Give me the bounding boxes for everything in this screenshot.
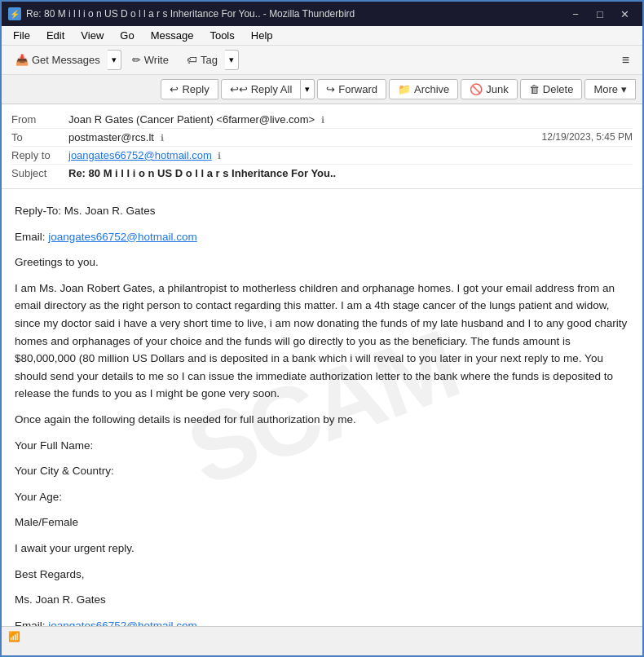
closing-email-link[interactable]: joangates66752@hotmail.com <box>48 620 197 626</box>
replyto-info-icon[interactable]: ℹ <box>218 151 221 161</box>
field4: Male/Female <box>15 514 629 531</box>
tag-button[interactable]: 🏷 Tag <box>179 50 225 70</box>
more-label: More <box>593 83 618 95</box>
field3: Your Age: <box>15 488 629 506</box>
forward-icon: ↪ <box>326 83 335 95</box>
header-to-row: To postmaster@rcs.lt ℹ 12/19/2023, 5:45 … <box>11 129 633 147</box>
subject-value: Re: 80 M i l l i o n US D o l l a r s In… <box>68 167 633 179</box>
forward-button[interactable]: ↪ Forward <box>317 79 386 99</box>
from-value: Joan R Gates (Cancer Patient) <6farmer@l… <box>68 113 633 126</box>
reply-all-label: Reply All <box>251 83 293 95</box>
delete-label: Delete <box>543 83 574 95</box>
menu-message[interactable]: Message <box>144 28 201 43</box>
field2: Your City & Country: <box>15 462 629 480</box>
reply-icon: ↩ <box>170 83 179 95</box>
more-group: More ▾ <box>584 79 636 99</box>
subject-label: Subject <box>11 167 68 179</box>
from-text: Joan R Gates (Cancer Patient) <6farmer@l… <box>68 113 315 126</box>
header-replyto-row: Reply to joangates66752@hotmail.com ℹ <box>11 147 633 165</box>
delete-icon: 🗑 <box>529 83 540 95</box>
archive-button[interactable]: 📁 Archive <box>389 79 458 99</box>
reply-all-icon: ↩↩ <box>230 83 248 95</box>
menu-tools[interactable]: Tools <box>203 28 240 43</box>
closing3: Ms. Joan R. Gates <box>15 591 629 609</box>
to-info-icon[interactable]: ℹ <box>161 133 164 143</box>
reply-label: Reply <box>182 83 209 95</box>
archive-label: Archive <box>414 83 449 95</box>
email-content: Reply-To: Ms. Joan R. Gates Email: joang… <box>15 202 629 626</box>
junk-button[interactable]: 🚫 Junk <box>461 79 517 99</box>
more-button[interactable]: More ▾ <box>584 79 636 99</box>
window-controls: − □ ✕ <box>564 6 636 22</box>
email-link[interactable]: joangates66752@hotmail.com <box>48 231 197 243</box>
menu-help[interactable]: Help <box>245 28 280 43</box>
close-button[interactable]: ✕ <box>613 6 636 22</box>
reply-all-button[interactable]: ↩↩ Reply All <box>221 79 302 99</box>
write-button[interactable]: ✏ Write <box>125 50 176 70</box>
body-paragraph2: Once again the following details is need… <box>15 411 629 429</box>
header-from-row: From Joan R Gates (Cancer Patient) <6far… <box>11 111 633 129</box>
tag-label: Tag <box>201 54 218 66</box>
get-messages-dropdown[interactable]: ▾ <box>108 50 121 70</box>
archive-icon: 📁 <box>398 83 411 95</box>
reply-button[interactable]: ↩ Reply <box>161 79 218 99</box>
header-subject-row: Subject Re: 80 M i l l i o n US D o l l … <box>11 165 633 182</box>
closing4: Email: joangates66752@hotmail.com <box>15 617 629 626</box>
junk-icon: 🚫 <box>470 83 483 95</box>
reply-all-dropdown[interactable]: ▾ <box>301 79 315 99</box>
to-label: To <box>11 131 68 143</box>
body-paragraph1: I am Ms. Joan Robert Gates, a philantrop… <box>15 280 629 403</box>
closing1: I await your urgent reply. <box>15 540 629 558</box>
replyto-link[interactable]: joangates66752@hotmail.com <box>68 149 212 161</box>
titlebar: ⚡ Re: 80 M i l l i o n US D o l l a r s … <box>2 2 642 26</box>
tag-icon: 🏷 <box>187 54 197 66</box>
replyto-label: Reply to <box>11 149 68 161</box>
action-toolbar: ↩ Reply ↩↩ Reply All ▾ ↪ Forward 📁 Archi… <box>2 75 642 104</box>
menu-edit[interactable]: Edit <box>40 28 71 43</box>
from-info-icon[interactable]: ℹ <box>321 115 324 125</box>
email-date: 12/19/2023, 5:45 PM <box>542 131 633 143</box>
minimize-button[interactable]: − <box>564 6 587 22</box>
email-line: Email: joangates66752@hotmail.com <box>15 228 629 246</box>
reply-group: ↩ Reply <box>161 79 218 99</box>
email-body: SCAM Reply-To: Ms. Joan R. Gates Email: … <box>2 189 642 626</box>
reply-to-line: Reply-To: Ms. Joan R. Gates <box>15 202 629 220</box>
hamburger-button[interactable]: ≡ <box>615 50 636 71</box>
status-icon: 📶 <box>8 631 20 642</box>
main-toolbar: 📥 Get Messages ▾ ✏ Write 🏷 Tag ▾ ≡ <box>2 46 642 75</box>
app-icon: ⚡ <box>8 7 21 20</box>
closing2: Best Regards, <box>15 566 629 584</box>
tag-dropdown[interactable]: ▾ <box>225 50 239 70</box>
email-header: From Joan R Gates (Cancer Patient) <6far… <box>2 104 642 189</box>
maximize-button[interactable]: □ <box>589 6 611 22</box>
greeting: Greetings to you. <box>15 254 629 271</box>
menu-go[interactable]: Go <box>113 28 140 43</box>
tag-group: 🏷 Tag ▾ <box>179 50 239 70</box>
menu-view[interactable]: View <box>74 28 110 43</box>
reply-all-group: ↩↩ Reply All ▾ <box>221 79 315 99</box>
forward-label: Forward <box>338 83 377 95</box>
more-icon: ▾ <box>621 83 627 95</box>
replyto-value: joangates66752@hotmail.com ℹ <box>68 149 633 161</box>
get-messages-button[interactable]: 📥 Get Messages <box>8 50 108 70</box>
write-label: Write <box>144 54 169 66</box>
field1: Your Full Name: <box>15 437 629 455</box>
window-title: Re: 80 M i l l i o n US D o l l a r s In… <box>26 8 559 20</box>
menubar: File Edit View Go Message Tools Help <box>2 26 642 46</box>
get-messages-icon: 📥 <box>15 54 29 66</box>
to-text: postmaster@rcs.lt <box>68 131 154 143</box>
delete-button[interactable]: 🗑 Delete <box>520 79 583 99</box>
statusbar: 📶 <box>2 626 642 646</box>
menu-file[interactable]: File <box>7 28 37 43</box>
from-label: From <box>11 113 68 126</box>
junk-label: Junk <box>486 83 508 95</box>
get-messages-group: 📥 Get Messages ▾ <box>8 50 121 70</box>
get-messages-label: Get Messages <box>32 54 100 66</box>
write-icon: ✏ <box>132 54 141 66</box>
to-value: postmaster@rcs.lt ℹ <box>68 131 542 143</box>
